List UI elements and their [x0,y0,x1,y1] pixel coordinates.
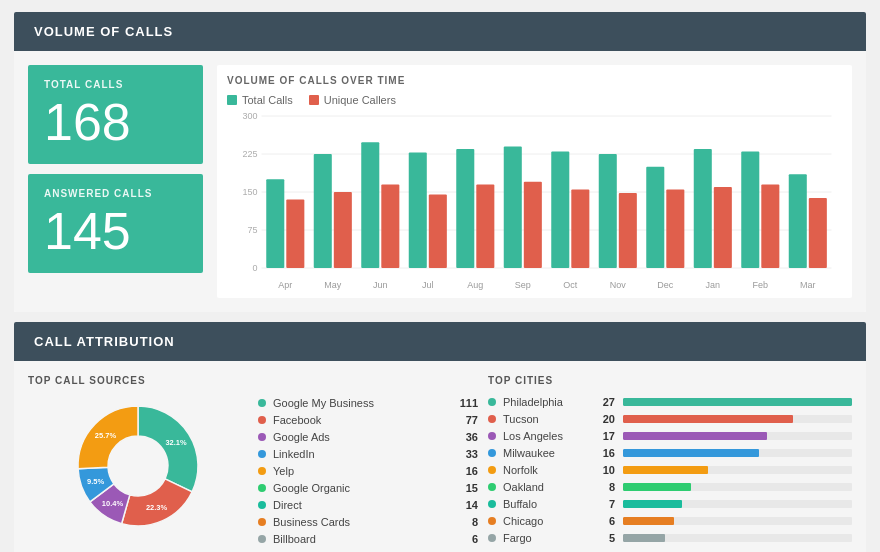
city-dot [488,398,496,406]
legend-total-label: Total Calls [242,94,293,106]
source-name: Google Ads [273,431,448,443]
svg-rect-41 [761,184,779,268]
source-dot [258,450,266,458]
svg-text:Jul: Jul [422,280,434,290]
volume-header: VOLUME OF CALLS [14,12,866,51]
source-count: 33 [454,448,478,460]
svg-text:Dec: Dec [657,280,674,290]
svg-text:150: 150 [242,187,257,197]
svg-rect-29 [571,189,589,268]
source-count: 16 [454,465,478,477]
list-item: Buffalo 7 [488,498,852,510]
svg-rect-31 [599,154,617,268]
calls-chart-area: VOLUME OF CALLS OVER TIME Total Calls Un… [217,65,852,298]
svg-rect-23 [476,184,494,268]
city-bar-fill [623,500,682,508]
source-count: 14 [454,499,478,511]
list-item: Oakland 8 [488,481,852,493]
city-name: Los Angeles [503,430,593,442]
city-name: Fargo [503,532,593,544]
list-item: Google Organic 15 [258,482,478,494]
source-dot [258,501,266,509]
city-count: 7 [593,498,615,510]
list-item: Google My Business 111 [258,397,478,409]
source-dot [258,467,266,475]
bar-chart: 075150225300AprMayJunJulAugSepOctNovDecJ… [227,112,842,292]
city-dot [488,415,496,423]
svg-text:May: May [324,280,342,290]
city-name: Tucson [503,413,593,425]
sources-title: TOP CALL SOURCES [28,375,248,386]
source-dot [258,484,266,492]
city-dot [488,449,496,457]
city-name: Philadelphia [503,396,593,408]
attribution-title: CALL ATTRIBUTION [34,334,175,349]
city-bar-fill [623,517,674,525]
svg-text:9.5%: 9.5% [87,477,104,486]
legend-teal-dot [227,95,237,105]
city-bar-bg [623,432,852,440]
svg-rect-35 [666,189,684,268]
city-name: Chicago [503,515,593,527]
source-name: Google Organic [273,482,448,494]
source-name: Facebook [273,414,448,426]
city-dot [488,500,496,508]
svg-text:225: 225 [242,149,257,159]
attribution-header: CALL ATTRIBUTION [14,322,866,361]
answered-calls-value: 145 [44,205,187,257]
city-bar-bg [623,534,852,542]
source-dot [258,416,266,424]
svg-text:Aug: Aug [467,280,483,290]
svg-rect-19 [409,152,427,268]
chart-title: VOLUME OF CALLS OVER TIME [227,75,842,86]
svg-text:Jun: Jun [373,280,388,290]
legend-total: Total Calls [227,94,293,106]
svg-rect-22 [456,149,474,268]
source-count: 15 [454,482,478,494]
list-item: Milwaukee 16 [488,447,852,459]
stats-column: TOTAL CALLS 168 ANSWERED CALLS 145 [28,65,203,298]
list-item: LinkedIn 33 [258,448,478,460]
legend-coral-dot [309,95,319,105]
city-dot [488,517,496,525]
pie-chart-svg: 32.1%22.3%10.4%9.5%25.7% [68,396,208,536]
city-bar-bg [623,449,852,457]
svg-rect-37 [694,149,712,268]
svg-text:Sep: Sep [515,280,531,290]
list-item: Philadelphia 27 [488,396,852,408]
city-dot [488,466,496,474]
source-name: Direct [273,499,448,511]
source-count: 36 [454,431,478,443]
city-dot [488,432,496,440]
city-name: Oakland [503,481,593,493]
svg-rect-16 [361,142,379,268]
svg-text:10.4%: 10.4% [102,499,124,508]
city-dot [488,483,496,491]
city-count: 8 [593,481,615,493]
svg-text:Feb: Feb [752,280,768,290]
legend-unique-label: Unique Callers [324,94,396,106]
svg-rect-26 [524,182,542,268]
source-name: Billboard [273,533,448,545]
svg-rect-10 [266,179,284,268]
total-calls-box: TOTAL CALLS 168 [28,65,203,164]
svg-rect-38 [714,187,732,268]
city-bar-bg [623,398,852,406]
city-count: 20 [593,413,615,425]
pie-side: TOP CALL SOURCES 32.1%22.3%10.4%9.5%25.7… [28,375,248,552]
city-bar-fill [623,398,852,406]
city-bar-fill [623,415,793,423]
city-bar-bg [623,500,852,508]
sources-list: Google My Business 111 Facebook 77 Googl… [258,375,478,552]
city-count: 16 [593,447,615,459]
city-bar-fill [623,483,691,491]
svg-text:300: 300 [242,112,257,121]
source-count: 6 [454,533,478,545]
svg-text:75: 75 [247,225,257,235]
svg-text:Nov: Nov [610,280,627,290]
svg-text:0: 0 [252,263,257,273]
svg-text:25.7%: 25.7% [95,431,117,440]
chart-legend: Total Calls Unique Callers [227,94,842,106]
city-dot [488,534,496,542]
cities-side: TOP CITIES Philadelphia 27 Tucson 20 Los… [488,375,852,552]
